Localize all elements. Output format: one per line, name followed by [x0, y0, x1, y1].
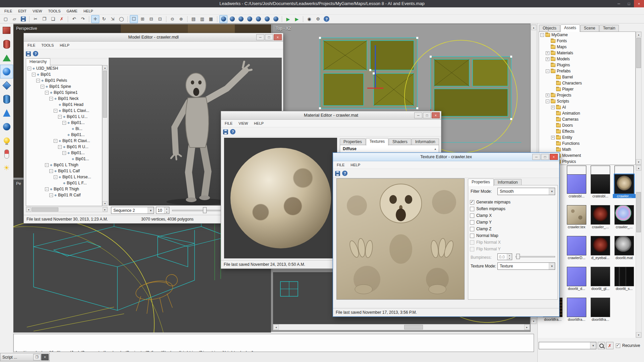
checkbox[interactable] — [470, 220, 474, 225]
scroll-down-button[interactable]: ▼ — [531, 318, 536, 324]
checkbox-row[interactable]: Flip Normal Y — [470, 247, 511, 251]
tree-item[interactable]: − ◆ Bip01 Neck — [26, 96, 102, 102]
expander-icon[interactable]: − — [49, 97, 53, 101]
tree-item[interactable]: − ◆ Bip01 L U... — [26, 114, 102, 120]
tree-item[interactable]: − ◆ Bip01 L Thigh — [26, 162, 102, 168]
asset-thumbnail-image[interactable] — [614, 205, 634, 225]
tree-item[interactable]: ◆ Bip01... — [26, 132, 102, 138]
scroll-up-button[interactable]: ▲ — [531, 25, 536, 30]
align-x-button[interactable]: ⊞ — [139, 15, 147, 23]
asset-thumbnail-image[interactable] — [591, 174, 610, 194]
expander-icon[interactable] — [67, 127, 70, 131]
tree-item[interactable]: − Prefabs — [539, 68, 635, 74]
viewport-camera-button-7[interactable] — [272, 15, 280, 23]
checkbox[interactable] — [470, 247, 474, 251]
menu-item[interactable]: HELP — [57, 43, 72, 47]
tree-item[interactable]: + Projects — [539, 92, 635, 98]
asset-thumbnail-image[interactable] — [567, 174, 586, 194]
panel-tab[interactable]: Objects — [539, 25, 560, 32]
expander-icon[interactable]: − — [32, 73, 36, 76]
frame-spinner[interactable]: 10 ▴ ▾ — [156, 207, 169, 214]
expander-icon[interactable] — [551, 81, 555, 85]
expander-icon[interactable]: − — [49, 193, 53, 197]
panel-tab[interactable]: Assets — [560, 24, 580, 32]
copy-button[interactable]: ❐ — [40, 15, 48, 23]
maximize-button[interactable]: □ — [265, 34, 273, 40]
close-button[interactable]: × — [41, 354, 49, 360]
expander-icon[interactable]: − — [45, 163, 49, 167]
expander-icon[interactable]: − — [36, 79, 40, 82]
tree-item[interactable]: Math — [539, 146, 635, 153]
scroll-right-button[interactable]: ► — [103, 207, 107, 212]
asset-thumbnail-image[interactable] — [567, 298, 586, 317]
asset-thumbnail[interactable]: crawler_... — [589, 205, 612, 229]
zoom-in-button[interactable]: ⊕ — [177, 15, 185, 23]
asset-thumbnail-image[interactable] — [591, 298, 610, 317]
scroll-right-button[interactable]: ► — [524, 324, 530, 330]
expander-icon[interactable] — [551, 75, 555, 79]
restore-button[interactable]: ❐ — [33, 354, 41, 360]
tree-item[interactable]: + Materials — [539, 50, 635, 56]
asset-thumbnail-image[interactable] — [567, 205, 586, 225]
search-button[interactable] — [598, 342, 605, 349]
tree-item[interactable]: − ◆ Bip01 L Clavi... — [26, 108, 102, 114]
clear-search-button[interactable]: ✗ — [606, 342, 613, 349]
snap-button[interactable]: ▥ — [198, 15, 206, 23]
expander-icon[interactable]: − — [54, 139, 57, 143]
asset-thumbnail[interactable]: crawlerD... — [565, 236, 588, 260]
asset-thumbnail[interactable]: doorlit_s... — [613, 267, 636, 291]
menu-item[interactable]: EDIT — [15, 9, 30, 13]
help-button[interactable]: ? — [324, 16, 329, 22]
mdi-horizontal-scrollbar[interactable]: ◄ ► — [273, 324, 530, 330]
save-icon[interactable] — [26, 51, 31, 56]
expander-icon[interactable] — [551, 124, 555, 127]
dropdown-arrow-icon[interactable]: ▾ — [549, 263, 555, 269]
open-button[interactable]: ▱ — [10, 15, 18, 23]
close-button[interactable]: × — [634, 0, 644, 7]
expander-icon[interactable]: − — [49, 169, 53, 173]
expander-icon[interactable]: − — [45, 91, 49, 95]
scroll-down-button[interactable]: ▼ — [636, 332, 641, 338]
expander-icon[interactable]: + — [546, 51, 549, 55]
scroll-up-button[interactable]: ▲ — [636, 32, 641, 37]
tree-item[interactable]: ◆ Bip01... — [26, 156, 102, 162]
recursive-checkbox-row[interactable]: Recursive — [616, 343, 640, 348]
scroll-left-button[interactable]: ◄ — [26, 207, 31, 212]
model-editor-titlebar[interactable]: Model Editor - crawler.mdl ─ □ × — [24, 33, 283, 42]
scroll-down-button[interactable]: ▼ — [636, 159, 641, 165]
expander-icon[interactable]: − — [546, 100, 549, 103]
expander-icon[interactable]: − — [28, 67, 31, 70]
expander-icon[interactable] — [551, 87, 555, 91]
checkbox-row[interactable]: Clamp Y — [470, 220, 511, 225]
checkbox[interactable] — [470, 240, 474, 245]
move-tool-button[interactable]: ✛ — [91, 15, 99, 23]
expander-icon[interactable]: − — [54, 175, 57, 179]
sphere2-primitive[interactable] — [0, 120, 13, 133]
asset-thumbnail[interactable]: cratesbl... — [589, 174, 612, 198]
filter-mode-select[interactable]: Smooth ▾ — [497, 188, 555, 195]
menu-item[interactable]: HELP — [251, 121, 267, 125]
undo-button[interactable]: ↶ — [70, 15, 78, 23]
expander-icon[interactable]: + — [551, 136, 555, 139]
asset-thumbnail-image[interactable] — [567, 236, 586, 255]
tree-item[interactable]: Barrel — [539, 74, 635, 80]
asset-thumbnail[interactable]: crawler... — [613, 174, 636, 198]
menu-item[interactable]: FILE — [222, 121, 235, 125]
screenshot-button[interactable]: ◉ — [305, 15, 313, 23]
menu-item[interactable]: TOOLS — [45, 9, 63, 13]
expander-icon[interactable] — [551, 142, 555, 145]
help-icon[interactable]: ? — [342, 171, 347, 176]
assets-tree-scrollbar[interactable]: ▲ ▼ — [636, 32, 642, 165]
menu-item[interactable]: TOOLS — [38, 43, 57, 47]
debug-game-button[interactable]: ▶ — [293, 15, 301, 23]
viewport-camera-button-5[interactable] — [254, 15, 262, 23]
tree-item[interactable]: + AI — [539, 104, 635, 110]
viewport-camera-button-2[interactable] — [228, 15, 236, 23]
texture-editor-titlebar[interactable]: Texture Editor - crawler.tex ─ □ × — [333, 153, 559, 161]
asset-thumbnail[interactable]: doorlit.mat — [613, 236, 636, 260]
checkbox[interactable] — [470, 207, 474, 211]
editor-tab[interactable]: Textures — [366, 138, 388, 145]
tree-item[interactable]: − ◆ Bip01 R Calf — [26, 192, 102, 198]
maximize-button[interactable]: □ — [624, 0, 634, 7]
asset-thumbnail-image[interactable] — [567, 267, 586, 286]
